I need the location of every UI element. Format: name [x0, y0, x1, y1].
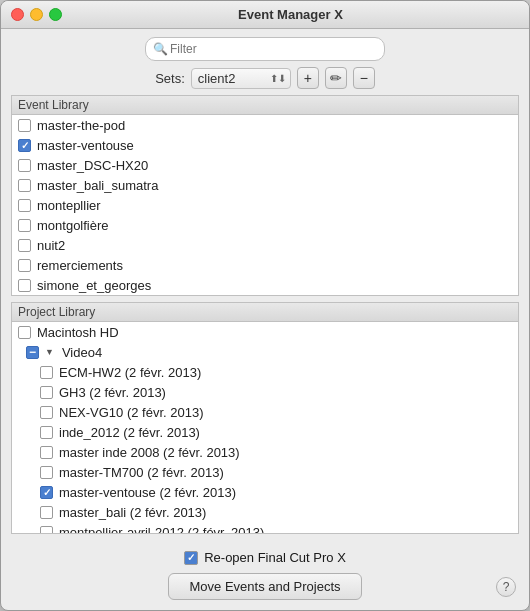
list-item: ▼ Video4 [12, 342, 518, 362]
project-label-5: inde_2012 (2 févr. 2013) [59, 425, 200, 440]
minimize-button[interactable] [30, 8, 43, 21]
project-label-7: master-TM700 (2 févr. 2013) [59, 465, 224, 480]
event-checkbox-4[interactable] [18, 199, 31, 212]
list-item: master inde 2008 (2 févr. 2013) [12, 442, 518, 462]
maximize-button[interactable] [49, 8, 62, 21]
project-label-6: master inde 2008 (2 févr. 2013) [59, 445, 240, 460]
event-library-items: master-the-pod master-ventouse master_DS… [12, 115, 518, 295]
list-item: simone_et_georges [12, 275, 518, 295]
close-button[interactable] [11, 8, 24, 21]
event-label-5: montgolfière [37, 218, 109, 233]
list-item: montgolfière [12, 215, 518, 235]
titlebar: Event Manager X [1, 1, 529, 29]
event-checkbox-7[interactable] [18, 259, 31, 272]
event-label-4: montepllier [37, 198, 101, 213]
list-item: remerciements [12, 255, 518, 275]
reopen-row: Re-open Final Cut Pro X [184, 550, 346, 565]
project-checkbox-3[interactable] [40, 386, 53, 399]
project-checkbox-10[interactable] [40, 526, 53, 534]
move-events-button[interactable]: Move Events and Projects [168, 573, 361, 600]
project-label-8: master-ventouse (2 févr. 2013) [59, 485, 236, 500]
list-item: master-TM700 (2 févr. 2013) [12, 462, 518, 482]
traffic-lights [11, 8, 62, 21]
list-item: Macintosh HD [12, 322, 518, 342]
project-checkbox-2[interactable] [40, 366, 53, 379]
event-label-3: master_bali_sumatra [37, 178, 158, 193]
bottom-section: Re-open Final Cut Pro X Move Events and … [11, 540, 519, 600]
event-label-8: simone_et_georges [37, 278, 151, 293]
project-library-header: Project Library [12, 303, 518, 322]
event-checkbox-2[interactable] [18, 159, 31, 172]
project-checkbox-1[interactable] [26, 346, 39, 359]
project-checkbox-9[interactable] [40, 506, 53, 519]
list-item: montpellier-avril-2012 (2 févr. 2013) [12, 522, 518, 533]
project-library-items: Macintosh HD ▼ Video4 ECM-HW2 (2 févr. 2… [12, 322, 518, 533]
project-label-3: GH3 (2 févr. 2013) [59, 385, 166, 400]
list-item: master_bali_sumatra [12, 175, 518, 195]
project-checkbox-8[interactable] [40, 486, 53, 499]
project-checkbox-6[interactable] [40, 446, 53, 459]
pencil-icon: ✏ [330, 71, 342, 85]
sets-row: Sets: client2 client1 default ⬆⬇ + ✏ − [11, 67, 519, 89]
project-checkbox-4[interactable] [40, 406, 53, 419]
list-item: NEX-VG10 (2 févr. 2013) [12, 402, 518, 422]
event-label-7: remerciements [37, 258, 123, 273]
window: Event Manager X 🔍 Sets: client2 client1 … [0, 0, 530, 611]
event-checkbox-5[interactable] [18, 219, 31, 232]
add-set-button[interactable]: + [297, 67, 319, 89]
filter-wrapper: 🔍 [145, 37, 385, 61]
edit-set-button[interactable]: ✏ [325, 67, 347, 89]
project-checkbox-7[interactable] [40, 466, 53, 479]
reopen-checkbox[interactable] [184, 551, 198, 565]
help-button[interactable]: ? [496, 577, 516, 597]
list-item: master-the-pod [12, 115, 518, 135]
event-label-1: master-ventouse [37, 138, 134, 153]
project-label-1: Video4 [62, 345, 102, 360]
sets-label: Sets: [155, 71, 185, 86]
list-item: master-ventouse [12, 135, 518, 155]
event-library-header: Event Library [12, 96, 518, 115]
event-checkbox-8[interactable] [18, 279, 31, 292]
project-checkbox-5[interactable] [40, 426, 53, 439]
project-label-4: NEX-VG10 (2 févr. 2013) [59, 405, 204, 420]
window-title: Event Manager X [62, 7, 519, 22]
reopen-label: Re-open Final Cut Pro X [204, 550, 346, 565]
list-item: master_bali (2 févr. 2013) [12, 502, 518, 522]
project-label-9: master_bali (2 févr. 2013) [59, 505, 206, 520]
disclosure-arrow-icon[interactable]: ▼ [45, 347, 54, 357]
sets-select-wrapper: client2 client1 default ⬆⬇ [191, 68, 291, 89]
list-item: GH3 (2 févr. 2013) [12, 382, 518, 402]
content-area: 🔍 Sets: client2 client1 default ⬆⬇ + ✏ − [1, 29, 529, 610]
project-label-0: Macintosh HD [37, 325, 119, 340]
list-item: master_DSC-HX20 [12, 155, 518, 175]
list-item: ECM-HW2 (2 févr. 2013) [12, 362, 518, 382]
remove-set-button[interactable]: − [353, 67, 375, 89]
event-checkbox-3[interactable] [18, 179, 31, 192]
sets-select[interactable]: client2 client1 default [191, 68, 291, 89]
filter-bar: 🔍 [11, 37, 519, 61]
search-icon: 🔍 [153, 42, 168, 56]
project-library: Project Library Macintosh HD ▼ Video4 EC… [11, 302, 519, 534]
event-checkbox-1[interactable] [18, 139, 31, 152]
list-item: master-ventouse (2 févr. 2013) [12, 482, 518, 502]
event-label-2: master_DSC-HX20 [37, 158, 148, 173]
project-checkbox-0[interactable] [18, 326, 31, 339]
project-label-2: ECM-HW2 (2 févr. 2013) [59, 365, 201, 380]
project-label-10: montpellier-avril-2012 (2 févr. 2013) [59, 525, 264, 534]
list-item: nuit2 [12, 235, 518, 255]
event-checkbox-0[interactable] [18, 119, 31, 132]
filter-input[interactable] [145, 37, 385, 61]
list-item: montepllier [12, 195, 518, 215]
event-checkbox-6[interactable] [18, 239, 31, 252]
event-label-6: nuit2 [37, 238, 65, 253]
event-label-0: master-the-pod [37, 118, 125, 133]
list-item: inde_2012 (2 févr. 2013) [12, 422, 518, 442]
event-library: Event Library master-the-pod master-vent… [11, 95, 519, 296]
